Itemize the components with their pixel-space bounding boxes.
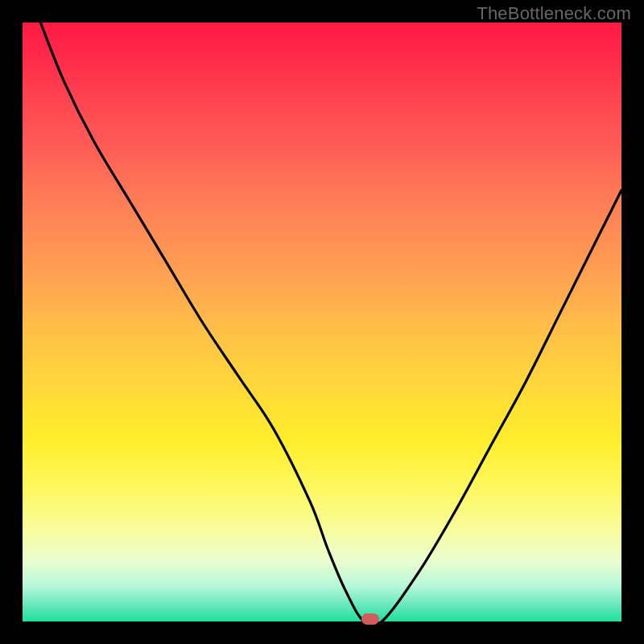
curve-path bbox=[40, 23, 621, 621]
optimum-marker bbox=[361, 613, 379, 625]
plot-area bbox=[23, 23, 621, 621]
bottleneck-curve bbox=[23, 23, 621, 621]
watermark-text: TheBottleneck.com bbox=[477, 3, 631, 24]
